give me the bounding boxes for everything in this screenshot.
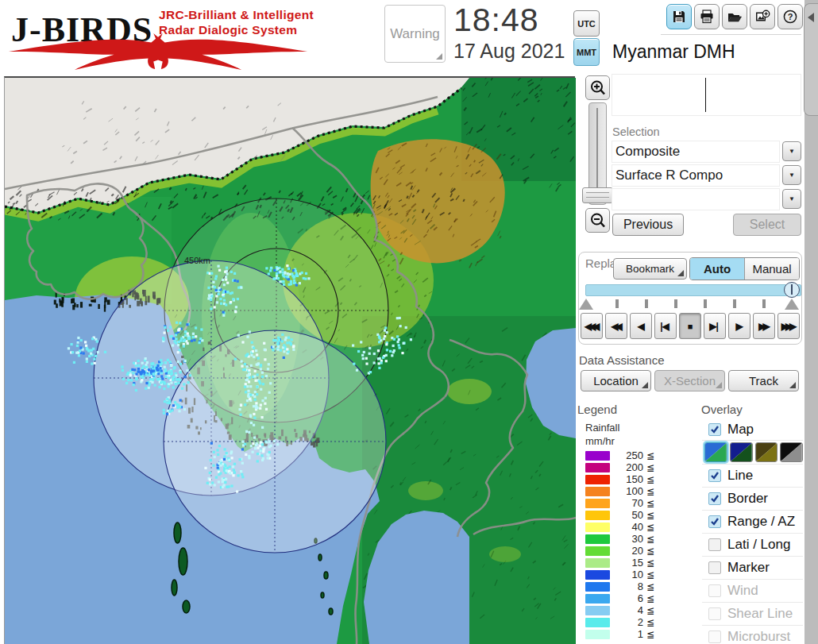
jump-to-start-button[interactable]: ◀◀◀ <box>581 313 603 339</box>
svg-text:?: ? <box>788 12 793 21</box>
legend-row: 30≦ <box>585 533 654 545</box>
help-button[interactable]: ? <box>777 4 803 29</box>
marker-checkbox[interactable] <box>708 561 721 574</box>
bookmark-button[interactable]: Bookmark <box>613 258 687 280</box>
legend-row: 10≦ <box>585 569 654 580</box>
warning-label: Warning <box>390 26 440 42</box>
map-style-black-gray-button[interactable] <box>780 442 803 462</box>
map-checkbox[interactable] <box>708 423 721 436</box>
x-section-button[interactable]: X-Section <box>654 370 725 391</box>
data-assistance-label: Data Assistance <box>579 353 665 367</box>
timezone-mmt-button[interactable]: MMT <box>573 38 600 66</box>
less-equal-icon: ≦ <box>646 581 654 592</box>
play-button[interactable]: ▶ <box>728 313 750 339</box>
dropdown-value-3[interactable] <box>612 188 780 210</box>
fast-rewind-button[interactable]: ◀◀ <box>605 313 627 339</box>
manual-mode-button[interactable]: Manual <box>744 258 799 280</box>
map-zoom-slider-handle[interactable] <box>582 187 613 203</box>
legend-label: Legend <box>577 403 617 416</box>
map-label: Map <box>727 422 754 438</box>
map-zoom-in-button[interactable] <box>585 75 610 100</box>
map-zoom-out-button[interactable] <box>585 208 610 233</box>
slider-tick-4 <box>704 299 707 308</box>
dropdown-arrow-button-1[interactable]: ▼ <box>782 141 801 161</box>
play-reverse-icon: ◀ <box>637 321 644 332</box>
dropdown-value-1[interactable]: Composite <box>612 141 780 163</box>
map-style-olive-button[interactable] <box>755 442 778 462</box>
range-az-checkbox[interactable] <box>708 515 721 528</box>
assist-button-label: Location <box>593 374 639 388</box>
overlay-row-microburst: Microburst <box>702 625 803 644</box>
dropdown-arrow-button-3[interactable]: ▼ <box>782 189 801 209</box>
jump-to-end-icon: ▶▶▶ <box>781 321 794 332</box>
jump-to-start-icon: ◀◀◀ <box>585 321 597 332</box>
replay-progress-track[interactable] <box>585 284 801 296</box>
range-start-marker[interactable] <box>579 299 593 310</box>
border-label: Border <box>727 491 768 507</box>
legend-swatch <box>585 487 610 496</box>
radar-map[interactable]: 450km <box>4 76 575 644</box>
overlay-row-wind: Wind <box>702 579 803 602</box>
map-style-blue-green-button[interactable] <box>704 442 727 462</box>
legend-value: 50 <box>610 509 643 521</box>
less-equal-icon: ≦ <box>646 510 654 521</box>
previous-button[interactable]: Previous <box>612 214 684 236</box>
auto-mode-button[interactable]: Auto <box>690 258 744 280</box>
less-equal-icon: ≦ <box>646 569 654 580</box>
message-box[interactable] <box>612 74 801 116</box>
clock-date: 17 Aug 2021 <box>453 40 565 63</box>
legend-row: 250≦ <box>585 449 654 461</box>
less-equal-icon: ≦ <box>646 593 654 604</box>
legend-row: 20≦ <box>585 545 654 557</box>
range-az-label: Range / AZ <box>727 514 795 530</box>
text-caret <box>705 78 706 112</box>
border-checkbox[interactable] <box>708 492 721 505</box>
map-style-navy-darkgreen-button[interactable] <box>730 442 753 462</box>
overlay-row-shear-line: Shear Line <box>702 602 803 625</box>
wind-checkbox <box>708 584 721 597</box>
island <box>172 580 177 596</box>
jump-to-end-button[interactable]: ▶▶▶ <box>777 313 800 339</box>
overlay-row-map: Map <box>702 419 803 440</box>
island <box>179 548 187 575</box>
island <box>324 572 328 579</box>
dropdown-arrow-button-2[interactable]: ▼ <box>782 165 801 185</box>
less-equal-icon: ≦ <box>646 617 654 628</box>
previous-label: Previous <box>623 218 673 232</box>
legend-row: 15≦ <box>585 557 654 569</box>
eagle-logo-icon <box>6 33 310 70</box>
range-end-marker[interactable] <box>785 299 799 310</box>
step-forward-icon: ▶| <box>709 321 718 332</box>
less-equal-icon: ≦ <box>646 605 654 616</box>
step-back-button[interactable]: |◀ <box>654 313 677 339</box>
lati-long-checkbox[interactable] <box>708 538 721 551</box>
line-checkbox[interactable] <box>708 469 721 482</box>
select-label: Select <box>750 218 785 232</box>
legend-value: 100 <box>610 485 643 497</box>
warning-button[interactable]: Warning <box>384 5 446 63</box>
print-button[interactable] <box>694 4 720 29</box>
bookmark-label: Bookmark <box>626 263 674 275</box>
play-reverse-button[interactable]: ◀ <box>630 313 652 339</box>
legend-swatch <box>585 534 610 544</box>
legend-swatch <box>585 475 610 484</box>
printer-icon <box>699 9 715 25</box>
track-button[interactable]: Track <box>728 370 799 391</box>
microburst-checkbox <box>708 631 721 643</box>
add-image-icon <box>754 9 770 25</box>
save-button[interactable] <box>666 4 692 29</box>
replay-progress-handle[interactable] <box>784 282 800 298</box>
open-folder-button[interactable] <box>722 4 747 29</box>
timezone-utc-button[interactable]: UTC <box>573 10 600 37</box>
fast-forward-button[interactable]: ▶▶ <box>753 313 775 339</box>
stop-button[interactable]: ■ <box>679 313 701 339</box>
location-button[interactable]: Location <box>581 370 651 391</box>
step-forward-button[interactable]: ▶| <box>704 313 726 339</box>
add-image-button[interactable] <box>750 4 775 29</box>
less-equal-icon: ≦ <box>646 450 654 461</box>
select-button[interactable]: Select <box>733 214 801 236</box>
legend-value: 1 <box>610 628 643 640</box>
overlay-row-lati-long: Lati / Long <box>702 533 803 556</box>
dropdown-value-2[interactable]: Surface R Compo <box>612 164 780 187</box>
legend-value: 250 <box>610 449 643 461</box>
